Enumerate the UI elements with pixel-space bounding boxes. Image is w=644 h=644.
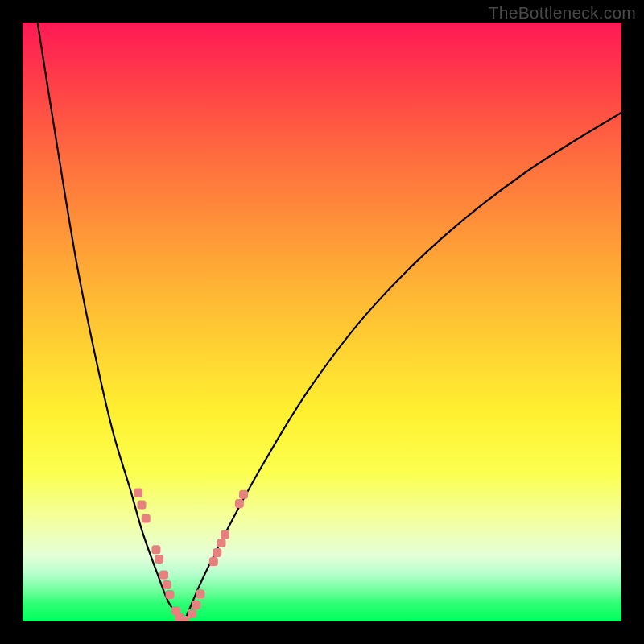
data-marker bbox=[155, 555, 163, 564]
data-marker bbox=[213, 548, 221, 557]
data-marker bbox=[235, 499, 244, 508]
data-marker bbox=[163, 580, 171, 589]
watermark-text: TheBottleneck.com bbox=[489, 3, 636, 23]
data-marker bbox=[180, 616, 189, 621]
data-marker bbox=[138, 500, 147, 509]
curve-left_curve bbox=[38, 23, 184, 621]
curve-right_curve bbox=[184, 113, 621, 621]
chart-frame: TheBottleneck.com bbox=[0, 0, 644, 644]
chart-svg bbox=[23, 23, 621, 621]
data-marker bbox=[221, 530, 229, 539]
data-marker bbox=[151, 545, 160, 554]
data-marker bbox=[166, 590, 175, 599]
data-marker bbox=[239, 490, 248, 499]
data-marker bbox=[188, 609, 196, 618]
data-marker bbox=[159, 570, 168, 579]
curve-layer bbox=[38, 23, 621, 621]
data-marker bbox=[217, 539, 226, 547]
data-marker bbox=[209, 557, 218, 566]
plot-area bbox=[23, 23, 621, 621]
data-marker bbox=[142, 514, 151, 523]
data-marker bbox=[196, 589, 204, 598]
data-marker bbox=[192, 601, 200, 609]
data-marker bbox=[134, 489, 142, 497]
